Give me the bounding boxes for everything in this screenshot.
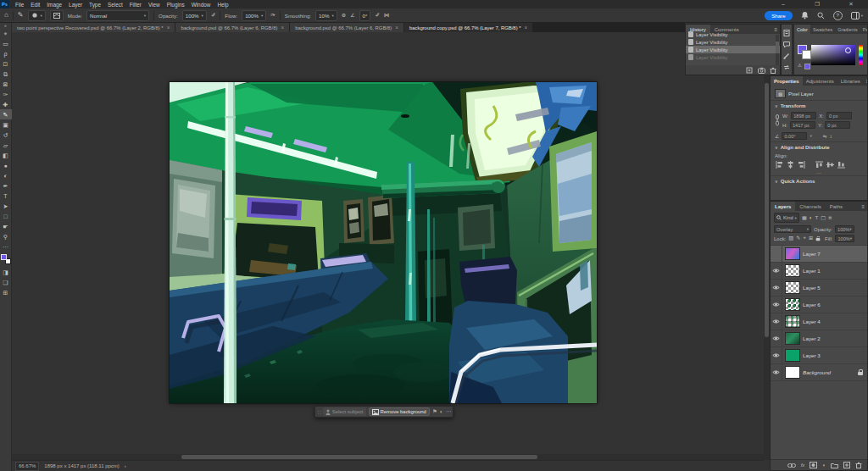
new-group-folder-icon[interactable] [831, 463, 838, 468]
remove-background-button[interactable]: Remove background [369, 407, 430, 416]
menu-item[interactable]: Edit [31, 2, 40, 8]
smoothing-gear-icon[interactable]: ⚙ [342, 13, 346, 18]
tab-close-icon[interactable]: × [281, 25, 284, 30]
saturation-brightness-picker[interactable] [811, 45, 855, 65]
adjustment-layer-icon[interactable]: ◐ [822, 463, 826, 468]
workspace-switcher[interactable]: ▾ [851, 12, 863, 19]
tool-button[interactable]: ⧉ [0, 69, 12, 79]
flow-select[interactable]: 100%▾ [242, 10, 266, 21]
drag-handle[interactable]: ∷ [318, 409, 320, 415]
flip-horizontal-icon[interactable]: ⇋ [823, 133, 827, 139]
rotate-angle-field[interactable]: 0.00° [782, 132, 807, 140]
layer-fill-field[interactable]: 100%▾ [835, 235, 854, 242]
filter-smart-object-icon[interactable]: ⧈ [828, 215, 832, 220]
brush-preset-picker[interactable]: ▾ [28, 10, 46, 21]
toolbar-mode-button[interactable]: ⊞ [0, 287, 12, 297]
layer-row[interactable]: Background [771, 364, 867, 381]
layer-name[interactable]: Layer 2 [803, 335, 821, 341]
history-state-row[interactable]: Layer Visibility [686, 38, 780, 46]
align-section-header[interactable]: ∨ Align and Distribute [771, 141, 867, 152]
align-bottom-icon[interactable] [837, 160, 845, 169]
panel-menu-icon[interactable]: ≡ [859, 202, 867, 211]
document-tab[interactable]: two point perspective Recovered.psd @ 66… [12, 23, 175, 32]
new-document-from-state-icon[interactable] [746, 67, 754, 74]
opacity-select[interactable]: 100%▾ [182, 10, 207, 21]
restore-button[interactable]: ❐ [800, 1, 834, 8]
tab-libraries[interactable]: Libraries [837, 76, 864, 86]
filter-adjustment-icon[interactable]: ◐ [810, 215, 813, 220]
align-left-icon[interactable] [775, 160, 783, 169]
layer-row[interactable]: Layer 4 [771, 313, 867, 330]
layer-name[interactable]: Layer 5 [803, 285, 821, 291]
layer-row[interactable]: Layer 7 [771, 246, 867, 263]
vertical-scrollbar[interactable] [764, 32, 770, 460]
lock-all-icon[interactable] [816, 236, 821, 241]
layer-row[interactable]: Layer 1 [771, 263, 867, 280]
tool-button[interactable]: ✒ [0, 180, 12, 191]
smoothing-select[interactable]: 10%▾ [315, 10, 337, 21]
tool-button[interactable]: ⌖ [0, 28, 12, 38]
tool-button[interactable]: ⋯ [0, 241, 12, 252]
new-snapshot-camera-icon[interactable] [758, 67, 765, 74]
lock-artboard-icon[interactable]: ⊞ [809, 236, 813, 241]
history-state-row[interactable]: Layer Visibility [686, 46, 780, 53]
menu-item[interactable]: Image [47, 2, 62, 8]
document-tab[interactable]: background copy.psd @ 66.7% (Layer 7, RG… [404, 23, 533, 32]
tool-button[interactable]: ◧ [0, 150, 12, 160]
link-layers-icon[interactable] [787, 463, 796, 468]
layer-thumbnail[interactable] [786, 316, 799, 327]
layer-effects-icon[interactable]: fx [801, 463, 805, 468]
lock-transparency-icon[interactable]: ▨ [788, 236, 793, 241]
tool-button[interactable]: ◐ [0, 170, 12, 180]
airbrush-icon[interactable]: ✑ [270, 13, 275, 19]
canvas-artwork[interactable] [170, 82, 597, 403]
tab-layers[interactable]: Layers [771, 202, 795, 211]
menu-item[interactable]: Layer [69, 2, 82, 8]
color-picker-cursor[interactable] [845, 47, 851, 53]
hue-slider[interactable] [859, 45, 863, 65]
tool-button[interactable]: ▱ [0, 140, 12, 150]
menu-item[interactable]: Select [108, 2, 123, 8]
width-field[interactable]: 1898 px [791, 112, 816, 119]
layer-visibility-toggle[interactable] [771, 330, 782, 346]
align-right-icon[interactable] [797, 160, 805, 169]
layer-name[interactable]: Background [803, 369, 831, 375]
new-layer-icon[interactable] [843, 462, 850, 468]
tool-button[interactable]: ✎ [0, 109, 12, 119]
tab-gradients[interactable]: Gradients [835, 25, 860, 34]
tool-button[interactable]: ⊠ [0, 79, 12, 89]
tool-button[interactable]: ✑ [0, 89, 12, 99]
toolbar-mode-button[interactable]: ❏ [0, 277, 12, 287]
feedback-flag-icon[interactable]: ⚑ [432, 409, 437, 415]
layer-thumbnail[interactable] [786, 248, 799, 259]
tab-channels[interactable]: Channels [795, 202, 825, 211]
lock-position-icon[interactable]: ⌖ [803, 236, 805, 241]
panel-menu-icon[interactable]: ≡ [864, 76, 868, 86]
search-icon[interactable] [817, 12, 825, 19]
menu-item[interactable]: Plugins [167, 2, 185, 8]
gamut-color-chip[interactable] [804, 64, 810, 69]
document-tab[interactable]: background.psd @ 66.7% (Layer 6, RGB/8) … [175, 23, 290, 32]
layer-name[interactable]: Layer 6 [803, 302, 821, 308]
tool-button[interactable]: ● [0, 160, 12, 170]
brush-settings-toggle[interactable] [50, 10, 64, 21]
layer-thumbnail[interactable] [786, 282, 799, 293]
layer-visibility-toggle[interactable] [771, 296, 782, 313]
brush-angle-field[interactable]: 0° [359, 10, 371, 21]
blend-mode-select[interactable]: Normal▾ [86, 10, 149, 21]
tool-button[interactable]: ⊡ [0, 58, 12, 69]
layer-visibility-toggle[interactable] [771, 313, 782, 330]
tab-paths[interactable]: Paths [826, 202, 847, 211]
document-tab[interactable]: background.psd @ 66.7% (Layer 6, RGB/8) … [290, 23, 404, 32]
link-dimensions-icon[interactable] [775, 114, 780, 126]
pressure-opacity-icon[interactable]: ✐ [211, 13, 215, 19]
tool-button[interactable]: ρ [0, 48, 12, 58]
collapsed-brushes-icon[interactable] [783, 53, 790, 59]
adjustments-icon[interactable]: ◐ [440, 409, 443, 415]
h-scroll-thumb[interactable] [181, 455, 537, 459]
layer-name[interactable]: Layer 4 [803, 319, 821, 324]
history-state-row[interactable]: Layer Visibility [686, 53, 780, 61]
layer-visibility-toggle[interactable] [771, 263, 782, 279]
menu-item[interactable]: Type [89, 2, 101, 8]
tab-color[interactable]: Color [794, 25, 810, 34]
